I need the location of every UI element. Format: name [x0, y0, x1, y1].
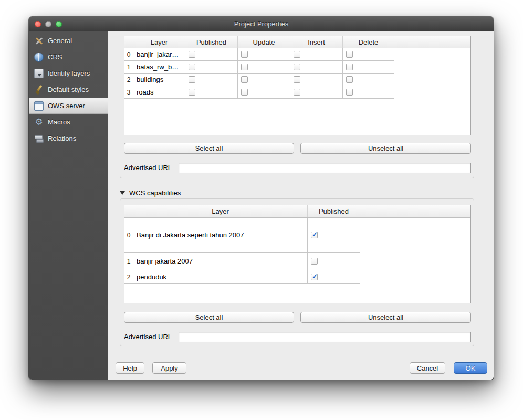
layers-icon — [34, 134, 44, 143]
close-window-button[interactable] — [35, 21, 41, 27]
paintbrush-icon — [34, 85, 44, 94]
table-row[interactable]: 2buildings — [124, 74, 394, 86]
insert-checkbox[interactable] — [294, 89, 300, 96]
column-header-delete[interactable]: Delete — [343, 36, 394, 48]
zoom-window-button[interactable] — [56, 21, 62, 27]
sidebar-item-label: Identify layers — [48, 69, 90, 77]
table-row[interactable]: 0banjir_jakar… — [124, 48, 394, 61]
published-checkbox[interactable] — [311, 274, 318, 280]
update-checkbox[interactable] — [241, 64, 248, 70]
sidebar-item-relations[interactable]: Relations — [29, 130, 108, 146]
disclosure-triangle-icon[interactable] — [120, 191, 125, 195]
published-checkbox[interactable] — [311, 258, 318, 265]
delete-checkbox[interactable] — [346, 51, 353, 58]
wcs-select-all-button[interactable]: Select all — [124, 312, 294, 323]
checkbox-cell — [290, 48, 343, 60]
wms-select-all-button[interactable]: Select all — [124, 143, 294, 154]
row-index: 0 — [124, 218, 133, 252]
table-row[interactable]: 1batas_rw_b… — [124, 61, 394, 74]
wcs-unselect-all-button[interactable]: Unselect all — [300, 312, 471, 323]
sidebar-item-general[interactable]: General — [29, 33, 108, 49]
row-index: 1 — [124, 253, 133, 270]
table-row[interactable]: 2penduduk — [124, 270, 360, 284]
tools-icon — [34, 36, 44, 46]
wcs-table-header: Layer Published — [124, 205, 470, 218]
ows-server-panel: Layer Published Update Insert Delete 0ba… — [108, 32, 494, 380]
layer-name: batas_rw_b… — [133, 61, 185, 73]
delete-checkbox[interactable] — [346, 89, 353, 96]
wcs-section-title: WCS capabilities — [129, 189, 181, 197]
column-header-layer[interactable]: Layer — [133, 205, 308, 217]
published-checkbox[interactable] — [311, 232, 318, 238]
insert-checkbox[interactable] — [294, 76, 300, 83]
server-window-icon — [34, 101, 44, 111]
minimize-window-button[interactable] — [45, 21, 51, 27]
column-header-published[interactable]: Published — [185, 36, 238, 48]
row-index: 1 — [124, 61, 133, 73]
wcs-layers-table[interactable]: Layer Published 0Banjir di Jakarta seper… — [124, 205, 471, 303]
delete-checkbox[interactable] — [346, 64, 353, 70]
sidebar-item-crs[interactable]: CRS — [29, 49, 108, 65]
published-checkbox[interactable] — [189, 64, 195, 70]
wms-unselect-all-button[interactable]: Unselect all — [300, 143, 471, 154]
delete-checkbox[interactable] — [346, 76, 353, 83]
apply-button[interactable]: Apply — [152, 362, 186, 374]
table-row[interactable]: 3roads — [124, 86, 394, 99]
table-row[interactable]: 1banjir jakarta 2007 — [124, 253, 360, 270]
wms-advertised-url-input[interactable] — [179, 163, 471, 173]
sidebar-item-label: General — [48, 37, 72, 45]
published-checkbox[interactable] — [189, 89, 195, 96]
cancel-button[interactable]: Cancel — [410, 362, 445, 374]
row-index-header — [124, 205, 133, 217]
column-header-published[interactable]: Published — [308, 205, 360, 217]
checkbox-cell — [343, 74, 394, 86]
published-checkbox[interactable] — [189, 51, 195, 58]
gear-icon — [34, 118, 44, 127]
checkbox-cell — [238, 48, 290, 60]
update-checkbox[interactable] — [241, 51, 248, 58]
ok-button[interactable]: OK — [454, 362, 487, 374]
checkbox-cell — [185, 86, 238, 98]
sidebar-item-macros[interactable]: Macros — [29, 114, 108, 130]
checkbox-cell — [290, 61, 343, 73]
checkbox-cell — [308, 253, 360, 270]
globe-icon — [34, 52, 44, 62]
column-header-update[interactable]: Update — [238, 36, 290, 48]
wms-advertised-url-label: Advertised URL — [124, 164, 172, 172]
sidebar-item-identify-layers[interactable]: Identify layers — [29, 65, 108, 81]
window-controls — [35, 21, 62, 27]
sidebar-item-default-styles[interactable]: Default styles — [29, 81, 108, 98]
table-row[interactable]: 0Banjir di Jakarta seperti tahun 2007 — [124, 218, 360, 253]
wcs-advertised-url-input[interactable] — [179, 332, 471, 342]
wcs-capabilities-header[interactable]: WCS capabilities — [120, 189, 181, 197]
checkbox-cell — [343, 48, 394, 60]
wcs-advertised-url-label: Advertised URL — [124, 333, 172, 341]
sidebar-item-label: Macros — [48, 118, 70, 126]
header-filler — [360, 205, 470, 217]
row-index-header — [124, 36, 133, 48]
checkbox-cell — [238, 61, 290, 73]
help-button[interactable]: Help — [116, 362, 144, 374]
checkbox-cell — [290, 86, 343, 98]
layer-name: banjir_jakar… — [133, 48, 185, 60]
row-index: 2 — [124, 270, 133, 284]
row-index: 2 — [124, 74, 133, 86]
checkbox-cell — [185, 48, 238, 60]
update-checkbox[interactable] — [241, 76, 248, 83]
wms-layers-table[interactable]: Layer Published Update Insert Delete 0ba… — [124, 36, 471, 135]
published-checkbox[interactable] — [189, 76, 195, 83]
sidebar-item-label: Relations — [48, 134, 76, 142]
wms-table-body: 0banjir_jakar…1batas_rw_b…2buildings3roa… — [124, 48, 470, 99]
window-title: Project Properties — [234, 20, 288, 28]
row-index: 3 — [124, 86, 133, 98]
checkbox-cell — [290, 74, 343, 86]
sidebar-item-ows-server[interactable]: OWS server — [29, 98, 108, 114]
column-header-layer[interactable]: Layer — [133, 36, 185, 48]
checkbox-cell — [238, 74, 290, 86]
column-header-insert[interactable]: Insert — [290, 36, 343, 48]
checkbox-cell — [185, 74, 238, 86]
insert-checkbox[interactable] — [294, 51, 300, 58]
update-checkbox[interactable] — [241, 89, 248, 96]
insert-checkbox[interactable] — [294, 64, 300, 70]
title-bar[interactable]: Project Properties — [29, 17, 494, 32]
